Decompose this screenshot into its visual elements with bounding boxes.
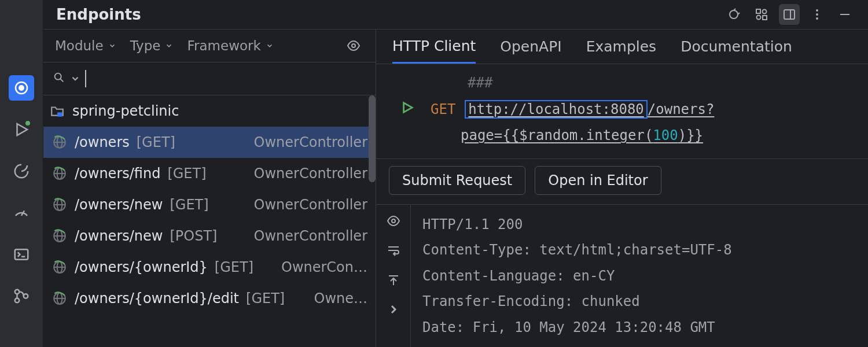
svg-point-9 — [730, 10, 738, 19]
response-line: HTTP/1.1 200 — [422, 212, 856, 237]
scroll-to-top-icon[interactable] — [387, 273, 400, 290]
endpoint-path: /owners/{ownerId}/edit — [75, 290, 239, 307]
endpoint-path: /owners/new — [75, 228, 163, 244]
tab-openapi[interactable]: OpenAPI — [500, 29, 561, 64]
svg-rect-4 — [15, 249, 28, 260]
endpoint-item[interactable]: /owners/{ownerId}/edit[GET]Owne… — [43, 283, 376, 314]
titlebar: Endpoints — [43, 0, 868, 29]
svg-point-7 — [15, 298, 20, 303]
vcs-tool-icon[interactable] — [9, 283, 34, 309]
endpoint-path: /owners — [75, 134, 130, 150]
svg-rect-22 — [57, 112, 62, 117]
svg-point-15 — [816, 9, 818, 12]
svg-marker-41 — [404, 103, 413, 113]
globe-icon — [52, 290, 68, 307]
url-var-post: )}} — [678, 127, 703, 143]
filter-framework[interactable]: Framework — [187, 38, 273, 53]
http-method: GET — [431, 97, 455, 123]
endpoint-method: [GET] — [137, 134, 175, 150]
svg-point-6 — [15, 290, 20, 294]
endpoint-item[interactable]: /owners[GET]OwnerController — [43, 127, 376, 158]
profiler-tool-icon[interactable] — [9, 200, 34, 226]
endpoint-controller: OwnerController — [254, 197, 367, 213]
endpoint-path: /owners/new — [75, 197, 163, 213]
soft-wrap-icon[interactable] — [387, 243, 400, 260]
endpoint-controller: OwnerController — [254, 134, 367, 150]
endpoint-method: [GET] — [170, 197, 208, 213]
svg-point-20 — [55, 73, 61, 79]
tab-examples[interactable]: Examples — [586, 29, 656, 64]
response-line: Content-Type: text/html;charset=UTF-8 — [422, 237, 856, 263]
run-icon[interactable] — [401, 97, 414, 123]
project-label: spring-petclinic — [72, 103, 179, 119]
endpoint-controller: OwnerController — [254, 228, 367, 244]
more-icon[interactable] — [807, 4, 827, 25]
endpoint-method: [GET] — [167, 165, 206, 182]
filter-type[interactable]: Type — [130, 38, 174, 53]
tab-http-client[interactable]: HTTP Client — [392, 29, 476, 64]
endpoints-tool-icon[interactable] — [9, 75, 34, 101]
search-caret — [85, 70, 86, 87]
url-host: http://localhost:8080 — [465, 100, 647, 119]
svg-marker-2 — [17, 124, 28, 135]
endpoint-controller: OwnerController — [254, 165, 367, 182]
run-tool-icon[interactable] — [9, 117, 34, 142]
endpoints-list-panel: Module Type Framework spring-petclinic /… — [43, 29, 376, 347]
url-var-num: 100 — [653, 127, 678, 143]
spring-tool-icon[interactable] — [9, 158, 34, 184]
visibility-icon[interactable] — [343, 35, 364, 56]
url-path: /owners? — [648, 101, 715, 117]
endpoint-method: [POST] — [170, 228, 217, 244]
tool-window-rail — [0, 0, 43, 347]
services-icon[interactable] — [751, 4, 772, 25]
globe-icon — [52, 165, 68, 182]
response-line: Content-Language: en-CY — [422, 263, 856, 289]
scrollbar[interactable] — [369, 95, 376, 182]
tabs: HTTP ClientOpenAPIExamplesDocumentation — [376, 29, 868, 64]
svg-line-21 — [60, 79, 63, 82]
panel-title: Endpoints — [56, 6, 141, 23]
svg-point-11 — [763, 10, 767, 14]
response-panel: HTTP/1.1 200Content-Type: text/html;char… — [376, 205, 868, 347]
svg-rect-10 — [756, 9, 760, 13]
project-node[interactable]: spring-petclinic — [43, 95, 376, 127]
settings-icon[interactable] — [723, 4, 744, 25]
open-in-editor-button[interactable]: Open in Editor — [535, 166, 661, 195]
minimize-icon[interactable] — [834, 4, 855, 25]
submit-request-button[interactable]: Submit Request — [389, 166, 525, 195]
endpoint-item[interactable]: /owners/find[GET]OwnerController — [43, 158, 376, 189]
svg-point-42 — [392, 219, 395, 223]
svg-point-19 — [352, 44, 355, 47]
svg-point-1 — [19, 86, 24, 90]
endpoint-method: [GET] — [246, 290, 285, 307]
endpoint-controller: OwnerCon… — [281, 259, 367, 275]
globe-icon — [52, 259, 68, 275]
http-editor[interactable]: ### GET http://localhost:8080/owners? pa… — [376, 64, 868, 159]
globe-icon — [52, 134, 68, 150]
search-input[interactable] — [91, 69, 366, 88]
terminal-tool-icon[interactable] — [9, 242, 34, 267]
endpoint-item[interactable]: /owners/new[POST]OwnerController — [43, 220, 376, 252]
response-line: Date: Fri, 10 May 2024 13:20:48 GMT — [422, 315, 856, 340]
endpoint-path: /owners/find — [75, 165, 160, 182]
endpoint-item[interactable]: /owners/{ownerId}[GET]OwnerCon… — [43, 252, 376, 283]
chevron-right-icon[interactable] — [387, 302, 400, 319]
search-icon — [53, 71, 65, 87]
endpoint-path: /owners/{ownerId} — [75, 259, 208, 275]
folder-icon — [49, 103, 65, 119]
svg-point-12 — [757, 16, 761, 20]
chevron-down-icon[interactable] — [70, 68, 80, 89]
svg-point-17 — [816, 17, 818, 20]
eye-icon[interactable] — [387, 214, 400, 231]
url-var-pre: page={{$random.integer( — [461, 127, 653, 143]
svg-point-16 — [816, 13, 818, 16]
response-line: Transfer-Encoding: chunked — [422, 289, 856, 314]
filter-module[interactable]: Module — [55, 38, 116, 53]
tab-documentation[interactable]: Documentation — [681, 29, 792, 64]
endpoint-controller: Owne… — [314, 290, 368, 307]
globe-icon — [52, 228, 68, 244]
endpoint-method: [GET] — [215, 259, 253, 275]
request-separator: ### — [468, 70, 492, 97]
details-pane-icon[interactable] — [779, 4, 800, 25]
endpoint-item[interactable]: /owners/new[GET]OwnerController — [43, 189, 376, 220]
